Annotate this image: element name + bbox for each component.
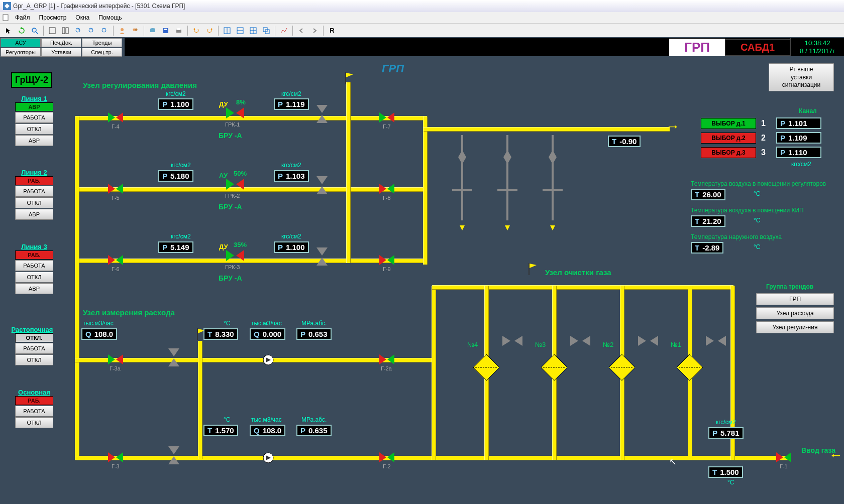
- svg-marker-97: [379, 452, 386, 462]
- grid1-icon[interactable]: [47, 25, 58, 36]
- btn-ustavki[interactable]: Уставки: [41, 48, 81, 57]
- zoom-fit-icon[interactable]: [99, 25, 110, 36]
- regulator1-icon[interactable]: [226, 107, 244, 118]
- svg-marker-65: [116, 112, 123, 122]
- valve-g2-icon[interactable]: [379, 452, 394, 462]
- valve-g9-icon[interactable]: [379, 255, 394, 265]
- back-icon[interactable]: [296, 25, 307, 36]
- cascade-icon[interactable]: [261, 25, 272, 36]
- alarm-panel[interactable]: Рг выше уставки сигнализации: [769, 63, 834, 91]
- line2-rabota[interactable]: РАБОТА: [15, 186, 53, 197]
- zoom-in-icon[interactable]: +: [73, 25, 84, 36]
- line3-block: Линия 3 РАБ. РАБОТА ОТКЛ АВР: [15, 243, 53, 294]
- valve-g7-icon[interactable]: [379, 112, 394, 122]
- check-valve-icon: [168, 348, 179, 366]
- svg-marker-90: [379, 354, 386, 364]
- pipe-line2: [75, 188, 427, 191]
- regulator2-icon[interactable]: [226, 179, 244, 190]
- valve-g6-icon[interactable]: [108, 255, 123, 265]
- rast-rabota[interactable]: РАБОТА: [15, 343, 53, 354]
- trend-grp[interactable]: ГРП: [756, 293, 834, 305]
- sel-d1[interactable]: ВЫБОР д.1: [701, 118, 756, 129]
- svg-marker-39: [458, 150, 466, 157]
- line3-avr[interactable]: АВР: [15, 283, 53, 294]
- grid2-icon[interactable]: [60, 25, 71, 36]
- svg-marker-47: [550, 225, 555, 230]
- btn-asu[interactable]: АСУ: [1, 38, 41, 47]
- chart-icon[interactable]: [278, 25, 289, 36]
- page-title: ГРП: [382, 62, 404, 75]
- window-title: Gpr_A_GRP [1] - Графический интерфейс - …: [13, 3, 185, 10]
- refresh-icon[interactable]: [16, 25, 27, 36]
- valve-g3a-icon[interactable]: [108, 354, 123, 364]
- svg-marker-84: [226, 250, 234, 261]
- line2-avr[interactable]: АВР: [15, 209, 53, 220]
- sel-d3[interactable]: ВЫБОР д.3: [701, 147, 756, 158]
- unit-c: °C: [727, 479, 734, 486]
- grschu-badge[interactable]: ГрЩУ-2: [11, 72, 52, 88]
- redo-icon[interactable]: [204, 25, 215, 36]
- svg-marker-96: [116, 452, 123, 462]
- menu-windows[interactable]: Окна: [71, 13, 93, 22]
- undo-icon[interactable]: [191, 25, 202, 36]
- l2-mode: АУ: [219, 172, 228, 179]
- svg-marker-95: [108, 452, 115, 462]
- menu-help[interactable]: Помощь: [94, 13, 126, 22]
- zoom-icon[interactable]: [29, 25, 40, 36]
- l1-p1-value: 1.100: [170, 100, 189, 108]
- db-icon[interactable]: [147, 25, 158, 36]
- btn-regulatory[interactable]: Регуляторы: [1, 48, 41, 57]
- menu-view[interactable]: Просмотр: [35, 13, 71, 22]
- valve-g1-icon[interactable]: [776, 452, 791, 462]
- line2-otkl[interactable]: ОТКЛ: [15, 197, 53, 208]
- t3-label: Температура наружного воздуха: [691, 233, 782, 240]
- rast-otkl[interactable]: ОТКЛ: [15, 354, 53, 365]
- line1-avr[interactable]: АВР: [15, 135, 53, 146]
- valve-g8-icon[interactable]: [379, 184, 394, 194]
- g5-label: Г-5: [112, 195, 120, 201]
- user2-icon[interactable]: [130, 25, 141, 36]
- user1-icon[interactable]: [117, 25, 128, 36]
- l3-p2-readout: P1.100: [274, 241, 309, 253]
- regulator3-icon[interactable]: [226, 250, 244, 261]
- filter4-label: №4: [467, 341, 478, 348]
- layout1-icon[interactable]: [222, 25, 233, 36]
- t2-readout: T21.20: [691, 215, 725, 227]
- osn-otkl[interactable]: ОТКЛ: [15, 417, 53, 428]
- menu-file[interactable]: Файл: [11, 13, 34, 22]
- flow-q1-readout: Q108.0: [81, 328, 117, 340]
- forward-icon[interactable]: [309, 25, 320, 36]
- line3-otkl[interactable]: ОТКЛ: [15, 272, 53, 283]
- ch-p1-readout: P1.101: [776, 117, 821, 129]
- zoom-out-icon[interactable]: −: [86, 25, 97, 36]
- g9-label: Г-9: [383, 266, 391, 272]
- svg-marker-89: [116, 354, 123, 364]
- check-valve-icon: [168, 446, 179, 464]
- line1-rabota[interactable]: РАБОТА: [15, 112, 53, 123]
- valve-g3-icon[interactable]: [108, 452, 123, 462]
- pointer-tool-icon[interactable]: [3, 25, 14, 36]
- trend-regul[interactable]: Узел регули-ния: [756, 321, 834, 333]
- sel-d2[interactable]: ВЫБОР д.2: [701, 133, 756, 144]
- line3-rabota[interactable]: РАБОТА: [15, 260, 53, 271]
- unit-c: °C: [754, 217, 760, 224]
- r-button[interactable]: R: [327, 25, 338, 36]
- valve-g2a-icon[interactable]: [379, 354, 394, 364]
- btn-trendy[interactable]: Тренды: [82, 38, 122, 47]
- l2-p1-value: 5.180: [170, 172, 189, 180]
- main-t-value: 1.570: [215, 426, 234, 435]
- trend-flow[interactable]: Узел расхода: [756, 307, 834, 319]
- valve-g4-icon[interactable]: [108, 112, 123, 122]
- btn-pechdok[interactable]: Печ.Док.: [41, 38, 81, 47]
- osn-rabota[interactable]: РАБОТА: [15, 406, 53, 417]
- layout2-icon[interactable]: [235, 25, 246, 36]
- print-icon[interactable]: [173, 25, 184, 36]
- btn-spectr[interactable]: Спец.тр.: [82, 48, 122, 57]
- save-icon[interactable]: [160, 25, 171, 36]
- layout3-icon[interactable]: [248, 25, 259, 36]
- svg-point-14: [135, 28, 138, 31]
- valve-g5-icon[interactable]: [108, 184, 123, 194]
- svg-marker-70: [316, 105, 328, 113]
- unit-kgs: кгс/см2: [716, 419, 736, 426]
- line1-otkl[interactable]: ОТКЛ: [15, 123, 53, 135]
